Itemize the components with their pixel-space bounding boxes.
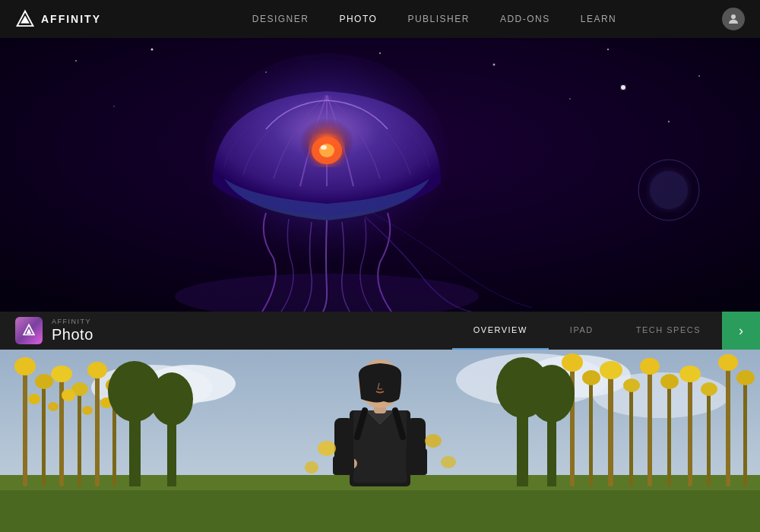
svg-point-40: [35, 374, 53, 389]
tab-overview[interactable]: OVERVIEW: [452, 312, 549, 350]
svg-rect-35: [59, 372, 64, 486]
svg-point-43: [87, 362, 107, 378]
svg-point-65: [660, 374, 679, 389]
svg-rect-33: [23, 365, 27, 486]
svg-point-61: [582, 370, 600, 385]
product-sublabel: AFFINITY: [52, 318, 93, 326]
svg-point-39: [14, 357, 36, 375]
tab-ipad[interactable]: IPAD: [549, 312, 615, 350]
product-bar: AFFINITY Photo OVERVIEW IPAD TECH SPECS …: [0, 312, 760, 350]
svg-point-20: [319, 144, 334, 157]
nav-logo[interactable]: AFFINITY: [15, 9, 101, 29]
svg-point-66: [679, 366, 701, 382]
svg-rect-34: [42, 380, 46, 486]
svg-point-90: [425, 434, 442, 448]
svg-point-21: [321, 145, 327, 150]
svg-point-14: [621, 85, 625, 90]
svg-point-77: [529, 365, 575, 423]
svg-rect-53: [629, 384, 633, 486]
nav-link-designer[interactable]: DESIGNER: [252, 14, 309, 24]
svg-point-4: [75, 60, 77, 62]
hero-section: [0, 38, 760, 312]
affinity-logo-icon: [15, 9, 35, 29]
product-tabs: OVERVIEW IPAD TECH SPECS ›: [452, 312, 760, 350]
svg-rect-52: [608, 369, 613, 486]
svg-rect-57: [707, 388, 711, 486]
svg-point-60: [562, 353, 583, 372]
svg-point-89: [318, 441, 336, 456]
product-identity: AFFINITY Photo: [0, 317, 109, 344]
svg-point-73: [150, 372, 193, 426]
svg-rect-58: [726, 361, 730, 486]
svg-point-62: [600, 361, 622, 379]
navbar: AFFINITY DESIGNER PHOTO PUBLISHER ADD-ON…: [0, 0, 760, 38]
svg-rect-55: [667, 380, 671, 486]
nav-brand-name: AFFINITY: [41, 13, 101, 25]
svg-rect-54: [648, 365, 652, 486]
svg-rect-36: [78, 388, 81, 486]
user-avatar[interactable]: [722, 8, 745, 30]
svg-point-9: [607, 49, 609, 50]
svg-point-48: [82, 406, 93, 415]
next-arrow-button[interactable]: ›: [722, 312, 760, 350]
user-icon: [727, 12, 740, 26]
svg-point-13: [668, 121, 670, 122]
nav-link-learn[interactable]: LEARN: [581, 14, 617, 24]
svg-point-67: [701, 382, 717, 396]
product-main-name: Photo: [52, 326, 93, 343]
hero-background: [0, 38, 760, 312]
svg-point-85: [370, 378, 376, 382]
svg-rect-59: [743, 376, 747, 486]
lower-photo-illustration: [0, 350, 760, 532]
hero-jellyfish-illustration: [0, 38, 760, 312]
svg-point-86: [384, 378, 390, 382]
svg-point-69: [736, 370, 755, 385]
svg-point-8: [493, 64, 496, 66]
svg-rect-88: [406, 448, 427, 475]
nav-link-photo[interactable]: PHOTO: [339, 14, 377, 24]
svg-point-91: [305, 461, 318, 473]
svg-rect-37: [95, 369, 100, 486]
svg-point-10: [698, 75, 700, 77]
product-name-wrapper: AFFINITY Photo: [52, 318, 93, 343]
svg-point-46: [48, 402, 59, 411]
svg-point-41: [51, 366, 72, 382]
svg-point-5: [151, 49, 154, 51]
product-icon: [15, 317, 43, 344]
svg-point-11: [569, 98, 571, 100]
svg-point-12: [113, 106, 115, 107]
nav-links: DESIGNER PHOTO PUBLISHER ADD-ONS LEARN: [147, 14, 722, 24]
nav-link-publisher[interactable]: PUBLISHER: [407, 14, 470, 24]
svg-point-92: [441, 456, 456, 468]
svg-point-68: [718, 354, 738, 371]
svg-rect-31: [0, 486, 760, 532]
svg-rect-87: [333, 456, 354, 475]
svg-point-45: [28, 394, 40, 404]
lower-section: [0, 350, 760, 532]
svg-point-63: [623, 378, 640, 392]
svg-point-7: [379, 52, 381, 54]
nav-link-addons[interactable]: ADD-ONS: [500, 14, 550, 24]
photo-app-icon: [21, 322, 37, 339]
svg-rect-56: [688, 372, 692, 486]
svg-rect-51: [589, 376, 593, 486]
lower-background: [0, 350, 760, 532]
svg-point-2: [731, 14, 736, 19]
svg-point-16: [650, 171, 688, 209]
tab-tech-specs[interactable]: TECH SPECS: [615, 312, 722, 350]
svg-point-47: [62, 389, 75, 401]
svg-point-64: [640, 358, 660, 375]
